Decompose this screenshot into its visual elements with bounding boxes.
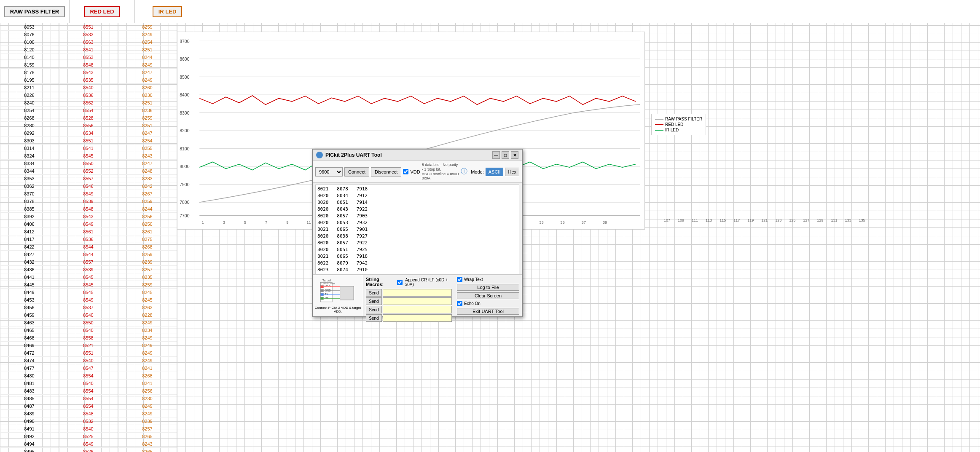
legend-ir-line [655,130,663,131]
red-led-label: RED LED [84,6,120,17]
send-input-4[interactable] [383,314,452,322]
send-input-1[interactable] [383,289,452,297]
list-item: 8053 [0,23,59,31]
maximize-button[interactable]: □ [502,151,509,159]
list-item: 8243 [118,440,177,448]
svg-text:11: 11 [306,220,311,225]
append-crlf-checkbox[interactable] [397,280,403,285]
list-item: 8249 [118,334,177,342]
ascii-mode-button[interactable]: ASCII [486,168,504,176]
list-item: 8211 [0,84,59,91]
list-item: 8263 [118,304,177,311]
list-item: 8495 [0,448,59,452]
send-button-2[interactable]: Send [366,297,382,305]
send-row-1: Send [366,289,452,297]
minimize-button[interactable]: — [492,151,500,159]
list-item: 8228 [118,311,177,319]
svg-rect-46 [320,285,323,288]
list-item: 8303 [0,137,59,144]
list-item: 8550 [59,160,118,167]
list-item: 8370 [0,190,59,198]
list-item: 8260 [118,84,177,91]
log-to-file-button[interactable]: Log to File [457,284,519,291]
list-item: 8540 [59,357,118,364]
list-item: 8551 [59,23,118,31]
chart-legend: RAW PASS FILTER RED LED IR LED [651,114,706,135]
list-item: 8245 [118,289,177,296]
list-item: 8268 [118,243,177,251]
send-input-2[interactable] [383,297,452,305]
uart-log-line: 8020 8057 7922 [317,240,517,246]
list-item: 8268 [118,372,177,380]
list-item: 8544 [59,243,118,251]
list-item: 8259 [118,251,177,258]
legend-ir-label: IR LED [665,128,679,132]
svg-rect-48 [320,293,323,296]
list-item: 8483 [0,387,59,395]
wrap-text-label: Wrap Text [464,277,483,282]
list-item: 8268 [0,114,59,122]
vdd-checkbox[interactable] [403,169,408,174]
list-item: 8230 [118,91,177,99]
exit-uart-button[interactable]: Exit UART Tool [457,308,519,315]
legend-red-line [655,124,663,125]
list-item: 8251 [118,46,177,53]
send-input-3[interactable] [383,306,452,313]
list-item: 8241 [118,364,177,372]
clear-screen-button[interactable]: Clear Screen [457,292,519,299]
close-button[interactable]: ✕ [511,151,518,159]
list-item: 8235 [118,273,177,281]
svg-text:37: 37 [582,220,586,225]
list-item: 8550 [59,319,118,326]
list-item: 8247 [118,160,177,167]
send-button-3[interactable]: Send [366,306,382,313]
list-item: 8456 [0,304,59,311]
uart-dialog: PICkit 2Plus UART Tool — □ ✕ 9600 115200… [312,149,523,317]
list-item: 8385 [0,205,59,213]
svg-text:35: 35 [560,220,564,225]
list-item: 8120 [0,46,59,53]
list-item: 8249 [118,357,177,364]
list-item: 8251 [118,99,177,107]
uart-log-line: 8020 8038 7927 [317,233,517,240]
baud-rate-select[interactable]: 9600 115200 [315,167,343,177]
uart-log-line: 8020 8051 7914 [317,199,517,206]
list-item: 8241 [118,380,177,387]
uart-toolbar: 9600 115200 Connect Disconnect VDD 8 dat… [313,161,522,183]
connect-button[interactable]: Connect [344,167,369,177]
send-button-4[interactable]: Send [366,314,382,322]
uart-bottom-panel: Target UART Circuit VDD GND TX RX [313,274,522,316]
list-item: 8254 [0,107,59,114]
list-item: 8432 [0,258,59,266]
list-item: 8265 [118,433,177,440]
legend-raw: RAW PASS FILTER [655,117,702,121]
list-item: 8545 [59,281,118,289]
hex-mode-button[interactable]: Hex [505,168,519,176]
wrap-text-checkbox[interactable] [457,277,462,282]
list-item: 8275 [118,235,177,243]
list-item: 8463 [0,319,59,326]
list-item: 8283 [118,175,177,182]
svg-rect-49 [320,297,323,300]
uart-right-buttons: Wrap Text Log to File Clear Screen Echo … [454,275,522,316]
list-item: 8474 [0,357,59,364]
list-item: 8548 [59,61,118,69]
help-icon[interactable]: ⓘ [461,167,467,176]
list-item: 8249 [118,402,177,410]
macros-title: String Macros: [366,277,395,287]
list-item: 8546 [59,182,118,190]
list-item: 8545 [59,273,118,281]
list-item: 8540 [59,380,118,387]
legend-red-label: RED LED [665,122,683,127]
svg-text:1: 1 [201,220,204,225]
list-item: 8549 [59,220,118,228]
disconnect-button[interactable]: Disconnect [371,167,401,177]
send-button-1[interactable]: Send [366,289,382,297]
list-item: 8532 [59,417,118,425]
list-item: 8254 [118,38,177,46]
uart-log[interactable]: 8021 8078 79188020 8034 79128020 8051 79… [315,185,519,277]
append-crlf-label: Append CR+LF (x0D + x0A) [405,278,452,287]
echo-on-checkbox[interactable] [457,301,462,306]
uart-log-line: 8020 8051 7925 [317,246,517,253]
uart-dialog-title: PICkit 2Plus UART Tool [325,152,382,158]
